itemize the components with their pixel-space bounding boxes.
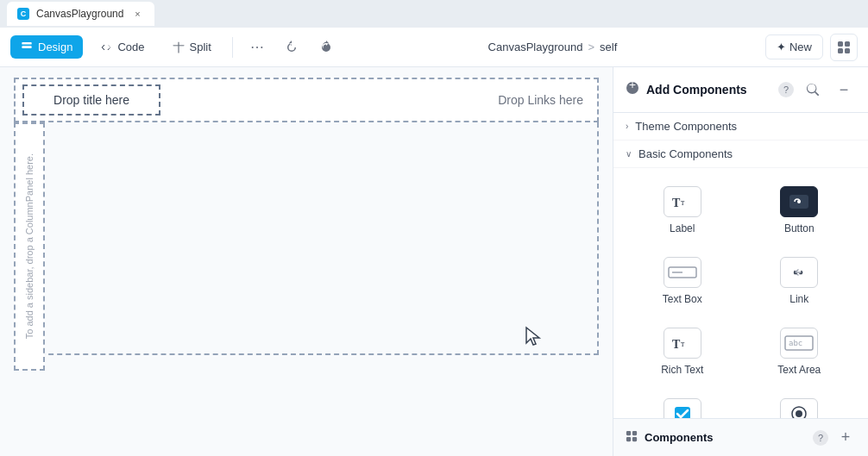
add-components-title: Add Components bbox=[646, 83, 771, 97]
components-panel-icon bbox=[626, 430, 638, 445]
components-panel-title: Components bbox=[645, 431, 806, 444]
design-button[interactable]: Design bbox=[10, 35, 83, 59]
toolbar-right: ✦ New bbox=[765, 34, 858, 61]
new-icon: ✦ bbox=[777, 41, 786, 53]
textarea-icon: abc bbox=[780, 328, 818, 359]
svg-text:abc: abc bbox=[789, 339, 802, 347]
radio-icon bbox=[780, 398, 818, 418]
browser-tab[interactable]: C CanvasPlayground × bbox=[7, 2, 154, 26]
toolbar-separator-1 bbox=[232, 37, 233, 58]
svg-point-12 bbox=[796, 410, 802, 417]
breadcrumb-page: self bbox=[600, 41, 617, 53]
content-zone[interactable] bbox=[14, 122, 599, 355]
code-label: Code bbox=[117, 41, 144, 53]
svg-point-3 bbox=[797, 200, 801, 203]
tab-close-button[interactable]: × bbox=[130, 7, 144, 21]
split-label: Split bbox=[190, 41, 211, 53]
more-icon: ⋯ bbox=[250, 39, 264, 55]
breadcrumb-separator: > bbox=[588, 41, 594, 53]
richtext-component-label: Rich Text bbox=[661, 364, 703, 376]
main-area: Drop title here Drop Links here To add a… bbox=[0, 67, 868, 456]
component-checkbox[interactable] bbox=[626, 387, 739, 418]
basic-chevron: ∨ bbox=[626, 149, 632, 159]
code-button[interactable]: Code bbox=[90, 35, 154, 59]
redo-button[interactable] bbox=[312, 34, 340, 61]
textarea-component-label: Text Area bbox=[777, 364, 821, 376]
breadcrumb-app: CanvasPlayground bbox=[488, 41, 583, 53]
undo-button[interactable] bbox=[278, 34, 305, 61]
add-component-button[interactable]: + bbox=[835, 428, 856, 448]
textbox-component-label: Text Box bbox=[663, 293, 702, 305]
search-button[interactable] bbox=[801, 78, 825, 102]
add-components-help[interactable]: ? bbox=[778, 82, 794, 97]
svg-text:T: T bbox=[672, 338, 681, 351]
nav-header[interactable]: Drop title here Drop Links here bbox=[14, 78, 599, 122]
new-label: New bbox=[789, 41, 812, 53]
drop-links-label: Drop Links here bbox=[498, 93, 583, 107]
svg-text:т: т bbox=[681, 197, 685, 207]
textbox-icon bbox=[664, 257, 701, 288]
add-components-header: Add Components ? − bbox=[613, 67, 868, 113]
svg-text:т: т bbox=[681, 339, 685, 348]
sidebar-zone-label: To add a sidebar, drop a ColumnPanel her… bbox=[23, 153, 35, 339]
svg-text:T: T bbox=[672, 197, 681, 209]
button-icon bbox=[780, 186, 818, 217]
sidebar-drop-zone[interactable]: To add a sidebar, drop a ColumnPanel her… bbox=[14, 122, 45, 371]
undo-icon bbox=[285, 41, 299, 54]
components-grid: Tт Label Button bbox=[613, 168, 868, 418]
basic-components-section[interactable]: ∨ Basic Components bbox=[613, 141, 868, 168]
theme-components-section[interactable]: › Theme Components bbox=[613, 113, 868, 141]
theme-components-label: Theme Components bbox=[635, 120, 737, 133]
code-icon bbox=[100, 41, 112, 53]
add-components-icon bbox=[626, 81, 639, 98]
design-label: Design bbox=[38, 41, 72, 53]
grid-icon bbox=[837, 41, 851, 54]
component-link[interactable]: Link bbox=[743, 246, 857, 313]
drop-title-label: Drop title here bbox=[53, 93, 129, 107]
split-button[interactable]: Split bbox=[162, 35, 222, 59]
label-icon: Tт bbox=[664, 186, 701, 217]
component-button[interactable]: Button bbox=[743, 175, 857, 242]
link-icon bbox=[780, 257, 818, 288]
design-icon bbox=[21, 41, 33, 53]
canvas[interactable]: Drop title here Drop Links here To add a… bbox=[0, 67, 613, 456]
toolbar: Design Code Split ⋯ CanvasPlayground > s… bbox=[0, 28, 868, 67]
search-icon bbox=[807, 84, 819, 96]
theme-chevron: › bbox=[626, 122, 628, 131]
right-panel: Add Components ? − › Theme Components ∨ … bbox=[613, 67, 868, 456]
collapse-panel-button[interactable]: − bbox=[832, 78, 856, 102]
component-radio[interactable] bbox=[743, 387, 857, 418]
components-panel-help[interactable]: ? bbox=[813, 430, 828, 446]
checkbox-icon bbox=[664, 398, 701, 418]
button-component-label: Button bbox=[784, 222, 815, 234]
component-label[interactable]: Tт Label bbox=[626, 175, 739, 242]
tab-favicon: C bbox=[17, 8, 29, 20]
component-textbox[interactable]: Text Box bbox=[626, 246, 739, 313]
new-button[interactable]: ✦ New bbox=[765, 34, 823, 59]
tab-title: CanvasPlayground bbox=[36, 8, 123, 20]
richtext-icon: Tт bbox=[664, 328, 701, 359]
breadcrumb: CanvasPlayground > self bbox=[488, 41, 618, 53]
grid-view-button[interactable] bbox=[830, 34, 858, 61]
drop-title-zone[interactable]: Drop title here bbox=[22, 84, 160, 116]
basic-components-label: Basic Components bbox=[638, 147, 733, 160]
more-button[interactable]: ⋯ bbox=[243, 34, 271, 61]
components-bottom-panel: Components ? + bbox=[613, 418, 868, 456]
component-richtext[interactable]: Tт Rich Text bbox=[626, 316, 739, 384]
drop-links-zone[interactable]: Drop Links here bbox=[498, 93, 583, 107]
minus-icon: − bbox=[840, 82, 849, 97]
link-component-label: Link bbox=[789, 293, 808, 305]
split-icon bbox=[173, 41, 185, 53]
tab-bar: C CanvasPlayground × bbox=[0, 0, 868, 28]
redo-icon bbox=[319, 41, 333, 54]
component-textarea[interactable]: abc Text Area bbox=[743, 316, 857, 384]
label-component-label: Label bbox=[670, 222, 695, 234]
